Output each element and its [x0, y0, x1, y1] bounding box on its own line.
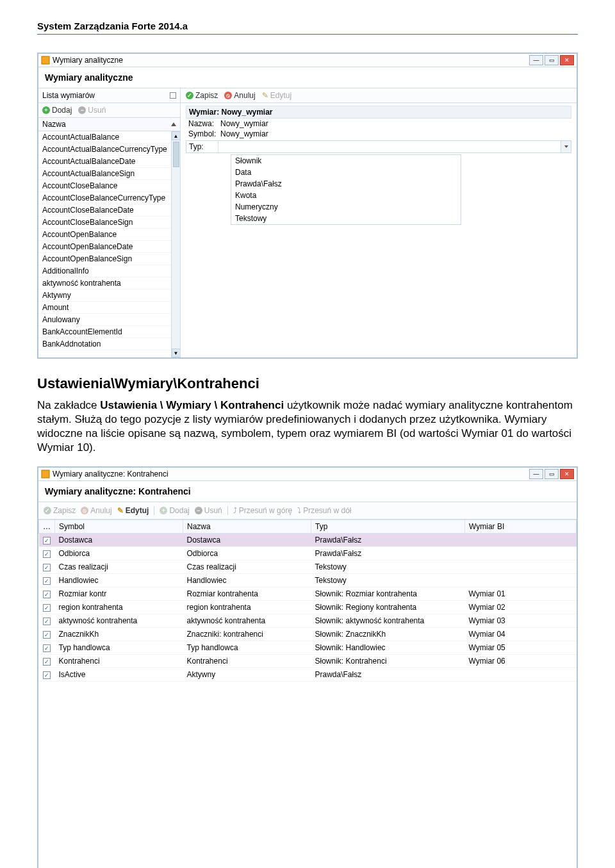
- checkbox[interactable]: ✓: [43, 604, 51, 612]
- minimize-button[interactable]: —: [529, 55, 543, 65]
- table-row[interactable]: ✓IsActiveAktywnyPrawda\Fałsz: [39, 668, 577, 682]
- column-header-nazwa[interactable]: Nazwa: [42, 120, 66, 129]
- typ-select[interactable]: Typ:: [186, 140, 571, 153]
- delete-label: Usuń: [204, 506, 222, 515]
- dropdown-toggle[interactable]: [561, 141, 571, 152]
- cell-typ: Prawda\Fałsz: [311, 668, 465, 682]
- minimize-button[interactable]: —: [529, 469, 543, 479]
- table-row[interactable]: ✓Rozmiar kontrRozmiar kontrahentaSłownik…: [39, 587, 577, 601]
- list-item[interactable]: AccountCloseBalanceSign: [38, 217, 180, 229]
- list-item[interactable]: AccountOpenBalanceSign: [38, 253, 180, 265]
- scroll-thumb[interactable]: [173, 142, 179, 167]
- checkbox[interactable]: ✓: [43, 618, 51, 625]
- typ-dropdown-list[interactable]: SłownikDataPrawda\FałszKwotaNumerycznyTe…: [231, 154, 461, 225]
- cell-bi: [465, 547, 577, 561]
- table-row[interactable]: ✓ZnacznikKhZnaczniki: kontrahenciSłownik…: [39, 628, 577, 641]
- checkbox[interactable]: ✓: [43, 644, 51, 652]
- checkbox[interactable]: ✓: [43, 577, 51, 585]
- dimension-list[interactable]: AccountActualBalanceAccountActualBalance…: [38, 131, 180, 357]
- svg-rect-1: [42, 470, 49, 478]
- add-button[interactable]: + Dodaj: [42, 106, 72, 115]
- maximize-button[interactable]: ▭: [545, 55, 559, 65]
- close-button[interactable]: ✕: [560, 469, 574, 479]
- edit-button[interactable]: ✎ Edytuj: [117, 506, 149, 515]
- list-item[interactable]: Aktywny: [38, 290, 180, 302]
- list-item[interactable]: BankAccountElementId: [38, 326, 180, 338]
- list-item[interactable]: AccountActualBalance: [38, 131, 180, 143]
- pin-icon[interactable]: [170, 92, 176, 99]
- list-item[interactable]: Anulowany: [38, 314, 180, 326]
- list-item[interactable]: AccountActualBalanceSign: [38, 168, 180, 180]
- cancel-button[interactable]: ⦸ Anuluj: [224, 91, 255, 100]
- dropdown-item[interactable]: Słownik: [231, 155, 461, 167]
- col-header-wymiar-bi[interactable]: Wymiar BI: [465, 520, 577, 534]
- dropdown-item[interactable]: Kwota: [231, 190, 461, 201]
- list-item[interactable]: AccountOpenBalance: [38, 229, 180, 241]
- cell-bi: Wymiar 05: [465, 641, 577, 655]
- pencil-icon: ✎: [262, 91, 268, 100]
- dropdown-item[interactable]: Numeryczny: [231, 201, 461, 213]
- list-item[interactable]: BankAddnotation: [38, 338, 180, 350]
- check-icon: ✓: [44, 507, 51, 514]
- par-part-1: Na zakładce: [37, 399, 100, 411]
- edit-button: ✎ Edytuj: [262, 91, 291, 100]
- dropdown-item[interactable]: Data: [231, 167, 461, 178]
- list-item[interactable]: AccountCloseBalance: [38, 180, 180, 192]
- par-bold: Ustawienia \ Wymiary \ Kontrahenci: [100, 399, 284, 411]
- list-item[interactable]: AccountCloseBalanceCurrencyType: [38, 192, 180, 204]
- table-row[interactable]: ✓Typ handlowcaTyp handlowcaSłownik: Hand…: [39, 641, 577, 655]
- col-header-nazwa[interactable]: Nazwa: [183, 520, 311, 534]
- cell-nazwa: aktywność kontrahenta: [183, 614, 311, 628]
- list-item[interactable]: AccountActualBalanceCurrencyType: [38, 143, 180, 156]
- dropdown-item[interactable]: Tekstowy: [231, 213, 461, 224]
- table-row[interactable]: ✓aktywność kontrahentaaktywność kontrahe…: [39, 614, 577, 628]
- cell-typ: Słownik: Rozmiar kontrahenta: [311, 587, 465, 601]
- close-button[interactable]: ✕: [560, 55, 574, 65]
- cell-typ: Słownik: ZnacznikKh: [311, 628, 465, 641]
- table-row[interactable]: ✓DostawcaDostawcaPrawda\Fałsz: [39, 534, 577, 547]
- table-row[interactable]: ✓OdbiorcaOdbiorcaPrawda\Fałsz: [39, 547, 577, 561]
- cell-typ: Słownik: aktywność kontrahenta: [311, 614, 465, 628]
- table-row[interactable]: ✓HandlowiecHandlowiecTekstowy: [39, 574, 577, 587]
- cell-nazwa: Kontrahenci: [183, 655, 311, 668]
- checkbox[interactable]: ✓: [43, 631, 51, 639]
- scrollbar[interactable]: ▲ ▼: [171, 131, 180, 357]
- plus-icon: +: [42, 106, 50, 114]
- cancel-label: Anuluj: [90, 506, 111, 515]
- list-item[interactable]: Amount: [38, 302, 180, 314]
- cell-nazwa: Typ handlowca: [183, 641, 311, 655]
- checkbox[interactable]: ✓: [43, 671, 51, 679]
- save-label: Zapisz: [195, 91, 218, 100]
- checkbox[interactable]: ✓: [43, 550, 51, 558]
- checkbox[interactable]: ✓: [43, 658, 51, 666]
- cell-bi: [465, 561, 577, 574]
- typ-input[interactable]: [218, 141, 561, 152]
- maximize-button[interactable]: ▭: [545, 469, 559, 479]
- list-item[interactable]: AccountCloseBalanceDate: [38, 204, 180, 217]
- table-row[interactable]: ✓KontrahenciKontrahenciSłownik: Kontrahe…: [39, 655, 577, 668]
- sort-ascending-icon[interactable]: [171, 122, 176, 126]
- cell-nazwa: Znaczniki: kontrahenci: [183, 628, 311, 641]
- empty-area: [38, 682, 577, 868]
- table-row[interactable]: ✓region kontrahentaregion kontrahentaSło…: [39, 601, 577, 614]
- col-header-check[interactable]: …: [39, 520, 55, 534]
- dropdown-item[interactable]: Prawda\Fałsz: [231, 178, 461, 190]
- col-header-symbol[interactable]: Symbol: [55, 520, 183, 534]
- cell-bi: Wymiar 04: [465, 628, 577, 641]
- scroll-up-button[interactable]: ▲: [172, 131, 181, 140]
- delete-button[interactable]: − Usuń: [78, 106, 106, 115]
- list-item[interactable]: AdditionalInfo: [38, 265, 180, 277]
- edit-label: Edytuj: [126, 506, 149, 515]
- list-item[interactable]: aktywność kontrahenta: [38, 277, 180, 290]
- list-item[interactable]: AccountOpenBalanceDate: [38, 241, 180, 253]
- table-row[interactable]: ✓Czas realizacjiCzas realizacjiTekstowy: [39, 561, 577, 574]
- cell-bi: [465, 668, 577, 682]
- col-header-typ[interactable]: Typ: [311, 520, 465, 534]
- list-item[interactable]: AccountActualBalanceDate: [38, 156, 180, 168]
- checkbox[interactable]: ✓: [43, 537, 51, 545]
- scroll-down-button[interactable]: ▼: [172, 348, 181, 357]
- save-button[interactable]: ✓ Zapisz: [186, 91, 218, 100]
- checkbox[interactable]: ✓: [43, 591, 51, 598]
- checkbox[interactable]: ✓: [43, 564, 51, 571]
- form-header: Wymiar: Nowy_wymiar: [186, 106, 571, 119]
